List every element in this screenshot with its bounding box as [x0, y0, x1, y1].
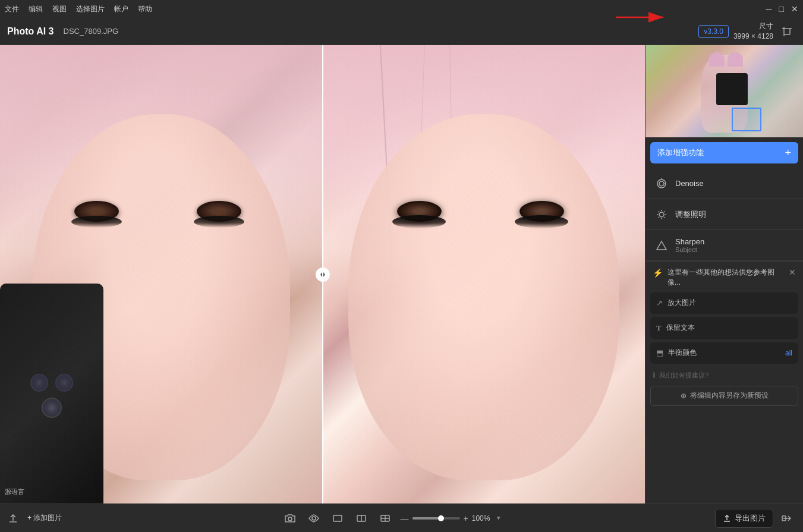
menu-file[interactable]: 文件 [5, 4, 19, 14]
header-bar: Photo AI 3 DSC_7809.JPG v3.3.0 尺寸 3999 ×… [0, 18, 803, 45]
enhancement-list: Denoise [645, 168, 803, 261]
toolbar-center: — + 100% ▾ [282, 510, 500, 527]
suggestion-balance-color-label: 半衡颜色 [668, 348, 697, 358]
zoom-slider[interactable] [412, 517, 460, 520]
suggest-how-link[interactable]: ℹ 我们如何提建议? [645, 367, 803, 383]
main-content: 源语言 添加增强功能 + [0, 45, 803, 503]
save-preset-button[interactable]: ⊕ 将编辑内容另存为新预设 [650, 386, 798, 406]
image-before [0, 45, 323, 503]
menu-edit[interactable]: 编辑 [29, 4, 43, 14]
sharpen-subtitle: Subject [675, 246, 793, 253]
panel-controls: 添加增强功能 + [645, 137, 803, 168]
lighting-title: 调整照明 [675, 209, 793, 220]
denoise-info: Denoise [675, 179, 793, 188]
svg-marker-8 [323, 272, 325, 277]
upload-icon-btn[interactable] [7, 512, 19, 524]
svg-marker-7 [320, 272, 322, 277]
right-panel: 添加增强功能 + Denoise [645, 45, 803, 503]
svg-point-9 [657, 180, 666, 188]
zoom-thumb [438, 515, 444, 521]
crop-icon-btn[interactable] [778, 23, 796, 40]
svg-marker-22 [657, 241, 666, 250]
suggestion-balance-color[interactable]: ⬒ 半衡颜色 all [650, 342, 798, 364]
preserve-text-icon: T [656, 323, 662, 333]
split-view-btn[interactable] [353, 510, 370, 527]
suggest-how-label: 我们如何提建议? [659, 371, 708, 380]
split-divider[interactable] [322, 45, 323, 503]
header-right: v3.3.0 尺寸 3999 × 4128 [698, 21, 796, 42]
single-view-btn[interactable] [329, 510, 346, 527]
camera-icon-btn[interactable] [282, 510, 298, 527]
eye-icon-btn[interactable] [306, 510, 322, 527]
menu-view[interactable]: 视图 [52, 4, 67, 14]
sharpen-icon [655, 239, 668, 252]
svg-line-18 [659, 211, 660, 212]
suggestion-enlarge[interactable]: ↗ 放大图片 [650, 292, 798, 314]
split-handle[interactable] [316, 267, 330, 282]
maximize-button[interactable]: □ [779, 4, 784, 14]
dimensions-value: 3999 × 4128 [733, 32, 773, 42]
zoom-plus-btn[interactable]: + [464, 514, 468, 523]
info-icon: ℹ [653, 371, 656, 379]
lighting-info: 调整照明 [675, 209, 793, 220]
zoom-minus-btn[interactable]: — [401, 514, 409, 523]
balance-color-icon: ⬒ [656, 348, 663, 357]
svg-point-25 [312, 517, 316, 520]
menu-select-photo[interactable]: 选择图片 [76, 4, 105, 14]
denoise-item[interactable]: Denoise [645, 168, 803, 199]
dimensions-block: 尺寸 3999 × 4128 [733, 21, 773, 42]
save-preset-label: 将编辑内容另存为新预设 [690, 391, 769, 401]
canvas-area[interactable]: 源语言 [0, 45, 645, 503]
sharpen-item[interactable]: Sharpen Subject [645, 230, 803, 261]
svg-point-24 [288, 517, 292, 521]
menu-help[interactable]: 帮助 [138, 4, 152, 14]
svg-line-21 [659, 217, 660, 218]
bottom-toolbar: + 添加图片 [0, 503, 803, 532]
zoom-value: 100% [472, 514, 493, 522]
window-controls: ─ □ ✕ [766, 4, 798, 14]
close-button[interactable]: ✕ [791, 4, 798, 14]
svg-point-13 [659, 212, 664, 217]
thumbnail-section [645, 45, 803, 137]
thumbnail-viewport[interactable] [732, 108, 761, 131]
add-enhance-label: 添加增强功能 [657, 147, 704, 158]
save-preset-plus-icon: ⊕ [681, 392, 687, 400]
zoom-control: — + 100% ▾ [401, 514, 500, 523]
zoom-dropdown[interactable]: ▾ [497, 514, 500, 522]
svg-rect-26 [333, 515, 342, 521]
suggestion-preserve-text[interactable]: T 保留文本 [650, 317, 798, 339]
svg-rect-2 [784, 29, 790, 34]
dimensions-label: 尺寸 [733, 21, 773, 32]
export-button[interactable]: 导出图片 [715, 509, 773, 528]
bottom-left: + 添加图片 [7, 511, 67, 525]
add-photo-button[interactable]: + 添加图片 [23, 511, 67, 525]
enlarge-icon: ↗ [656, 298, 663, 307]
add-enhancement-button[interactable]: 添加增强功能 + [650, 142, 798, 163]
lighting-item[interactable]: 调整照明 [645, 199, 803, 230]
add-photo-label: + 添加图片 [27, 513, 62, 523]
face-simulation-right [323, 45, 645, 503]
face-simulation-left [0, 45, 323, 503]
svg-line-19 [664, 217, 665, 218]
add-enhance-plus-icon: + [785, 147, 791, 159]
suggestions-title: 这里有一些其他的想法供您参考图像... [667, 267, 784, 288]
zoom-track [412, 517, 441, 520]
compare-view-btn[interactable] [377, 510, 393, 527]
suggestions-section: ⚡ 这里有一些其他的想法供您参考图像... ✕ ↗ 放大图片 T 保留文本 ⬒ … [645, 261, 803, 503]
minimize-button[interactable]: ─ [766, 4, 772, 14]
image-after [323, 45, 645, 503]
watermark-text: 源语言 [5, 487, 24, 496]
app-logo: Photo AI 3 [7, 26, 54, 37]
menu-account[interactable]: 帐户 [114, 4, 128, 14]
toolbar-right: 导出图片 [715, 509, 796, 528]
split-container: 源语言 [0, 45, 645, 503]
suggestions-close-button[interactable]: ✕ [789, 267, 796, 277]
sharpen-title: Sharpen [675, 237, 793, 246]
svg-line-20 [664, 211, 665, 212]
lighting-icon [655, 208, 668, 221]
version-badge[interactable]: v3.3.0 [698, 25, 729, 38]
svg-point-10 [659, 181, 664, 186]
share-button[interactable] [778, 509, 796, 527]
titlebar-menu: 文件 编辑 视图 选择图片 帐户 帮助 [5, 4, 152, 14]
all-link[interactable]: all [785, 349, 792, 357]
